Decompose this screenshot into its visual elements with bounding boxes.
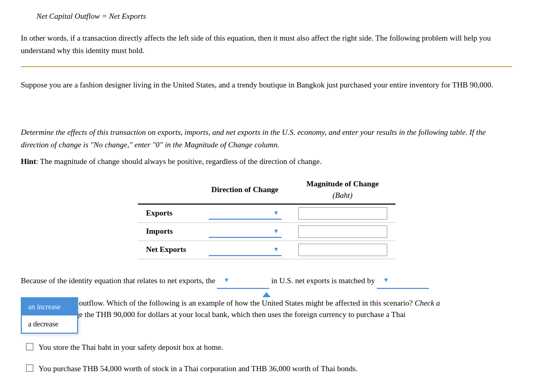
imports-dropdown-arrow: ▼ (273, 226, 280, 236)
netexports-magnitude-cell[interactable] (290, 241, 396, 259)
exports-direction-dropdown[interactable]: ▼ (209, 207, 282, 220)
identity-dropdown1-value (219, 274, 221, 288)
divider (21, 66, 512, 67)
checkbox-option-3: You purchase THB 54,000 worth of stock i… (26, 363, 512, 375)
identity-part3: in U.S. net capital outflow. Which of th… (21, 299, 440, 307)
checkbox-group: You exchange the THB 90,000 for dollars … (26, 309, 512, 374)
equation: Net Capital Outflow = Net Exports (36, 10, 512, 22)
identity-dropdown2-container: ▼ (377, 276, 429, 285)
checkbox-option-1: You exchange the THB 90,000 for dollars … (26, 309, 512, 332)
exports-magnitude-cell[interactable] (290, 204, 396, 223)
popup-arrow (262, 292, 271, 297)
table-row: Imports ▼ (138, 222, 396, 241)
imports-label: Imports (138, 222, 200, 241)
identity-dropdown2-value (379, 274, 381, 288)
instructions-text: Determine the effects of this transactio… (21, 126, 512, 151)
hint-label: Hint (21, 157, 36, 166)
checkbox-2[interactable] (26, 343, 33, 350)
dropdown2-option-increase[interactable]: an increase (22, 298, 77, 315)
checkbox-2-label[interactable]: You store the Thai baht in your safety d… (39, 342, 223, 353)
intro-text: In other words, if a transaction directl… (21, 32, 512, 57)
exports-direction-cell[interactable]: ▼ (200, 204, 290, 223)
identity-dropdown2-arrow: ▼ (383, 275, 389, 286)
imports-direction-cell[interactable]: ▼ (200, 222, 290, 241)
imports-magnitude-input[interactable] (298, 225, 387, 238)
identity-part1: Because of the identity equation that re… (21, 276, 215, 285)
netexports-magnitude-input[interactable] (298, 244, 387, 256)
netexports-direction-cell[interactable]: ▼ (200, 241, 290, 259)
exports-dropdown-arrow: ▼ (273, 208, 280, 218)
change-table: Direction of Change Magnitude of Change … (138, 176, 396, 259)
dropdown2-option-decrease[interactable]: a decrease (22, 315, 77, 333)
imports-magnitude-cell[interactable] (290, 222, 396, 241)
identity-dropdown1-arrow: ▼ (223, 275, 230, 286)
netexports-direction-dropdown[interactable]: ▼ (209, 244, 282, 256)
netexports-label: Net Exports (138, 241, 200, 259)
exports-label: Exports (138, 204, 200, 223)
hint-text: Hint: The magnitude of change should alw… (21, 155, 512, 168)
identity-part2: in U.S. net exports is matched by (271, 276, 377, 285)
checkbox-option-2: You store the Thai baht in your safety d… (26, 342, 512, 353)
netexports-dropdown-arrow: ▼ (273, 245, 280, 254)
imports-direction-dropdown[interactable]: ▼ (209, 225, 282, 238)
checkbox-3-label[interactable]: You purchase THB 54,000 worth of stock i… (39, 363, 358, 375)
identity-section: Because of the identity equation that re… (21, 274, 512, 289)
dropdown2-options: an increase a decrease (21, 297, 78, 334)
exports-magnitude-input[interactable] (298, 207, 387, 220)
checkbox-3[interactable] (26, 364, 33, 372)
checkbox-1-label[interactable]: You exchange the THB 90,000 for dollars … (39, 309, 405, 332)
identity-dropdown2[interactable]: ▼ (377, 274, 429, 289)
table-row: Exports ▼ (138, 204, 396, 223)
table-col2-header: Magnitude of Change (Baht) (290, 176, 396, 204)
table-col1-header-label: Direction of Change (200, 176, 290, 204)
scenario-text: Suppose you are a fashion designer livin… (21, 79, 512, 91)
identity-dropdown1[interactable]: ▼ (217, 274, 269, 289)
table-col1-header (138, 176, 200, 204)
table-row: Net Exports ▼ (138, 241, 396, 259)
